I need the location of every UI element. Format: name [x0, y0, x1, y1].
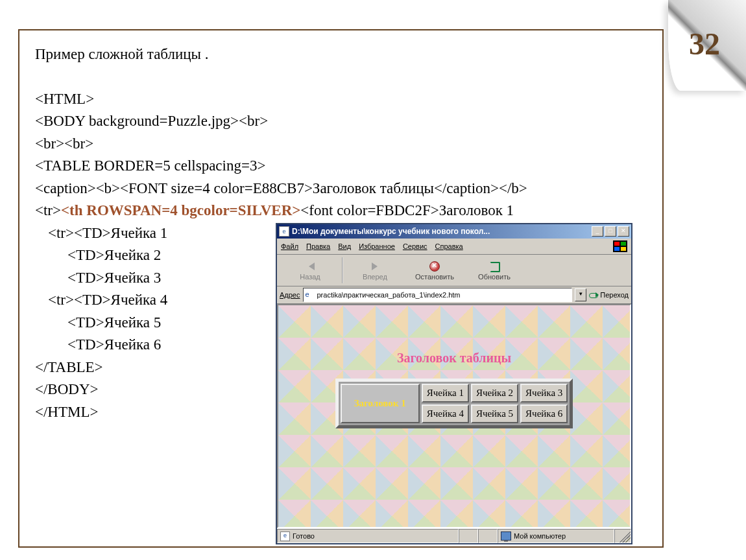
- stop-icon: [428, 260, 441, 273]
- close-button[interactable]: ✕: [618, 226, 629, 237]
- back-button[interactable]: Назад: [281, 256, 339, 285]
- go-arrow-icon: [589, 290, 598, 299]
- menu-file[interactable]: Файл: [281, 242, 298, 250]
- menu-favorites[interactable]: Избранное: [359, 242, 395, 250]
- status-cell-blank-1: [459, 529, 478, 543]
- code-line-2: <BODY background=Puzzle.jpg><br>: [35, 110, 647, 133]
- code-line-6: <tr><th ROWSPAN=4 bgcolor=SILVER><font c…: [35, 200, 647, 222]
- address-url: practika\практическая_работа_1\index2.ht…: [317, 291, 461, 299]
- rowspan-highlight: <th ROWSPAN=4 bgcolor=SILVER>: [61, 202, 300, 218]
- my-computer-icon: [501, 531, 511, 541]
- back-arrow-icon: [304, 260, 317, 273]
- slide-title: Пример сложной таблицы .: [35, 43, 647, 66]
- menu-tools[interactable]: Сервис: [403, 242, 427, 250]
- code-line-1: <HTML>: [35, 88, 647, 111]
- ie-page-icon: e: [306, 290, 315, 299]
- resize-grip[interactable]: [614, 529, 631, 543]
- menu-help[interactable]: Справка: [435, 242, 463, 250]
- forward-button[interactable]: Вперед: [346, 256, 404, 285]
- windows-logo-icon: [613, 240, 627, 252]
- browser-viewport[interactable]: Заголовок таблицы Заголовок 1 Ячейка 1 Я…: [277, 304, 631, 528]
- menu-edit[interactable]: Правка: [306, 242, 330, 250]
- address-input[interactable]: e practika\практическая_работа_1\index2.…: [303, 288, 573, 302]
- titlebar[interactable]: e D:\Мои документы\конкурс учебник новог…: [277, 224, 631, 239]
- ie-status-icon: e: [280, 531, 290, 541]
- demo-table: Заголовок 1 Ячейка 1 Ячейка 2 Ячейка 3 Я…: [335, 379, 573, 428]
- toolbar-separator: [342, 257, 343, 283]
- toolbar: Назад Вперед Остановить Обновить: [277, 255, 631, 286]
- menubar: Файл Правка Вид Избранное Сервис Справка: [277, 239, 631, 255]
- stop-button[interactable]: Остановить: [405, 256, 464, 285]
- browser-window: e D:\Мои документы\конкурс учебник новог…: [276, 223, 632, 544]
- code-line-5: <caption><b><FONT size=4 color=E88CB7>За…: [35, 178, 647, 200]
- statusbar: e Готово Мой компьютер: [277, 528, 631, 543]
- code-line-3: <br><br>: [35, 133, 647, 156]
- refresh-button[interactable]: Обновить: [465, 256, 523, 285]
- cell-6: Ячейка 6: [520, 404, 568, 423]
- row-header: Заголовок 1: [341, 384, 420, 423]
- menu-view[interactable]: Вид: [338, 242, 351, 250]
- page-number: 32: [689, 26, 720, 62]
- maximize-button[interactable]: □: [605, 226, 616, 237]
- table-caption: Заголовок таблицы: [278, 351, 630, 366]
- table-row: Заголовок 1 Ячейка 1 Ячейка 2 Ячейка 3: [341, 384, 568, 402]
- cell-5: Ячейка 5: [471, 404, 518, 423]
- status-cell-blank-2: [478, 529, 498, 543]
- address-dropdown-button[interactable]: ▼: [575, 288, 586, 301]
- html-file-icon: e: [279, 226, 289, 237]
- cell-1: Ячейка 1: [422, 384, 469, 402]
- address-bar: Адрес e practika\практическая_работа_1\i…: [277, 286, 631, 304]
- window-title: D:\Мои документы\конкурс учебник нового …: [292, 227, 592, 236]
- code-line-4: <TABLE BORDER=5 cellspacing=3>: [35, 155, 647, 178]
- minimize-button[interactable]: _: [592, 226, 603, 237]
- refresh-icon: [488, 260, 501, 273]
- go-button[interactable]: Переход: [589, 290, 629, 299]
- cell-2: Ячейка 2: [471, 384, 518, 402]
- address-label: Адрес: [280, 291, 300, 299]
- cell-4: Ячейка 4: [422, 404, 469, 423]
- cell-3: Ячейка 3: [520, 384, 568, 402]
- status-zone: Мой компьютер: [498, 529, 614, 543]
- status-ready: e Готово: [277, 529, 459, 543]
- forward-arrow-icon: [368, 260, 381, 273]
